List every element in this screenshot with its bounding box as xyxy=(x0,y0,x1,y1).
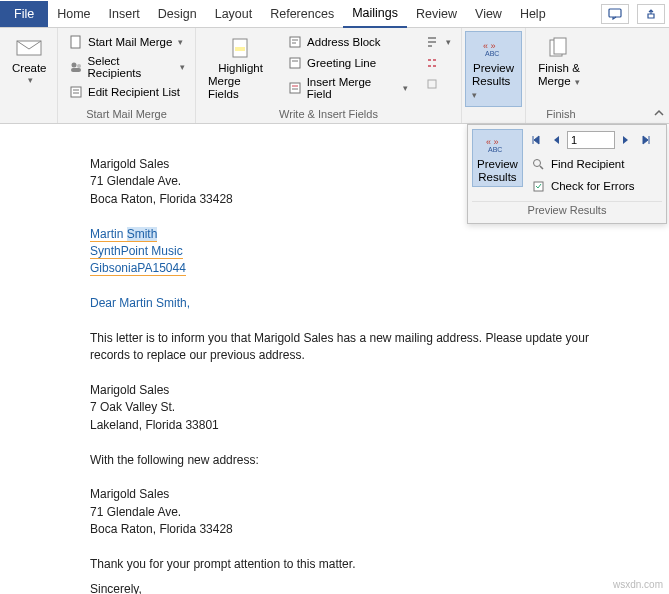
match-fields[interactable] xyxy=(420,53,455,73)
highlight-merge-fields[interactable]: Highlight Merge Fields xyxy=(202,32,279,106)
chevron-down-icon: ▾ xyxy=(28,75,33,85)
create-button[interactable]: Create ▾ xyxy=(6,32,53,106)
update-icon xyxy=(424,76,440,92)
svg-rect-2 xyxy=(71,36,80,48)
finish-merge[interactable]: Finish & Merge ▾ xyxy=(532,32,586,106)
highlight-icon xyxy=(227,36,255,60)
chevron-down-icon: ▾ xyxy=(472,90,477,100)
group-start-label: Start Mail Merge xyxy=(64,106,189,123)
next-record[interactable] xyxy=(617,131,635,149)
chevron-down-icon: ▾ xyxy=(403,83,408,93)
record-number-input[interactable] xyxy=(567,131,615,149)
svg-text:ABC: ABC xyxy=(488,146,502,153)
selected-text: Smith xyxy=(127,227,158,242)
create-label: Create xyxy=(12,62,47,75)
svg-text:ABC: ABC xyxy=(485,50,499,57)
popup-preview-results[interactable]: « »ABC Preview Results xyxy=(472,129,523,187)
insert-merge-field[interactable]: Insert Merge Field▾ xyxy=(283,74,412,102)
recipient-block: Martin Smith SynthPoint Music GibsoniaPA… xyxy=(90,226,601,278)
svg-rect-14 xyxy=(290,58,300,68)
people-icon xyxy=(68,59,84,75)
ribbon: Create ▾ Start Mail Merge▾ Select Recipi… xyxy=(0,28,669,124)
preview-results[interactable]: « »ABC Preview Results ▾ xyxy=(465,31,522,107)
svg-rect-11 xyxy=(290,37,300,47)
preview-results-popup: « »ABC Preview Results Find Recipient Ch… xyxy=(467,124,667,224)
watermark: wsxdn.com xyxy=(613,579,663,590)
tab-view[interactable]: View xyxy=(466,1,511,27)
with-line: With the following new address: xyxy=(90,452,601,469)
tab-bar: File Home Insert Design Layout Reference… xyxy=(0,0,669,28)
check-icon xyxy=(531,178,547,194)
find-recipient[interactable]: Find Recipient xyxy=(527,153,662,175)
tab-mailings[interactable]: Mailings xyxy=(343,0,407,28)
group-write-label: Write & Insert Fields xyxy=(202,106,455,123)
popup-group-label: Preview Results xyxy=(472,201,662,219)
svg-line-27 xyxy=(540,166,543,169)
chevron-down-icon: ▾ xyxy=(180,62,185,72)
svg-rect-16 xyxy=(290,83,300,93)
svg-point-4 xyxy=(77,64,81,68)
envelope-icon xyxy=(15,36,43,60)
last-record[interactable] xyxy=(637,131,655,149)
svg-rect-5 xyxy=(71,68,81,72)
tab-help[interactable]: Help xyxy=(511,1,555,27)
chevron-down-icon: ▾ xyxy=(573,77,581,87)
svg-point-26 xyxy=(534,159,541,166)
first-record[interactable] xyxy=(527,131,545,149)
rules-menu[interactable]: ▾ xyxy=(420,32,455,52)
closing: Sincerely, xyxy=(90,581,601,594)
edit-recipient-list[interactable]: Edit Recipient List xyxy=(64,82,189,102)
share-icon xyxy=(644,8,658,20)
list-icon xyxy=(68,84,84,100)
greeting-icon xyxy=(287,55,303,71)
select-recipients[interactable]: Select Recipients▾ xyxy=(64,53,189,81)
preview-icon: « »ABC xyxy=(483,132,511,156)
tab-insert[interactable]: Insert xyxy=(100,1,149,27)
comment-button[interactable] xyxy=(601,4,629,24)
file-tab[interactable]: File xyxy=(0,1,48,27)
record-navigator xyxy=(527,129,662,153)
tab-home[interactable]: Home xyxy=(48,1,99,27)
new-address: Marigold Sales71 Glendale Ave.Boca Raton… xyxy=(90,486,601,538)
match-icon xyxy=(424,55,440,71)
share-button[interactable] xyxy=(637,4,665,24)
update-labels[interactable] xyxy=(420,74,455,94)
rules-icon xyxy=(424,34,440,50)
chevron-down-icon: ▾ xyxy=(178,37,183,47)
tab-review[interactable]: Review xyxy=(407,1,466,27)
svg-rect-0 xyxy=(609,9,621,17)
greeting-line[interactable]: Greeting Line xyxy=(283,53,412,73)
prev-record[interactable] xyxy=(547,131,565,149)
group-label xyxy=(6,106,51,123)
greeting-line: Dear Martin Smith, xyxy=(90,295,601,312)
thanks-line: Thank you for your prompt attention to t… xyxy=(90,556,601,573)
svg-rect-23 xyxy=(554,38,566,54)
finish-icon xyxy=(545,36,573,60)
svg-rect-6 xyxy=(71,87,81,97)
body-paragraph: This letter is to inform you that Marigo… xyxy=(90,330,601,365)
field-icon xyxy=(287,80,303,96)
address-icon xyxy=(287,34,303,50)
check-for-errors[interactable]: Check for Errors xyxy=(527,175,662,197)
preview-icon: « »ABC xyxy=(480,36,508,60)
tab-layout[interactable]: Layout xyxy=(206,1,262,27)
collapse-ribbon[interactable] xyxy=(653,107,665,119)
tab-design[interactable]: Design xyxy=(149,1,206,27)
address-block[interactable]: Address Block xyxy=(283,32,412,52)
svg-rect-19 xyxy=(428,80,436,88)
search-icon xyxy=(531,156,547,172)
svg-point-3 xyxy=(71,63,76,68)
start-mail-merge[interactable]: Start Mail Merge▾ xyxy=(64,32,189,52)
comment-icon xyxy=(608,8,622,20)
tab-references[interactable]: References xyxy=(261,1,343,27)
chevron-down-icon: ▾ xyxy=(446,37,451,47)
svg-rect-10 xyxy=(235,47,245,51)
old-address: Marigold Sales7 Oak Valley St.Lakeland, … xyxy=(90,382,601,434)
doc-icon xyxy=(68,34,84,50)
group-finish-label: Finish xyxy=(532,106,590,123)
